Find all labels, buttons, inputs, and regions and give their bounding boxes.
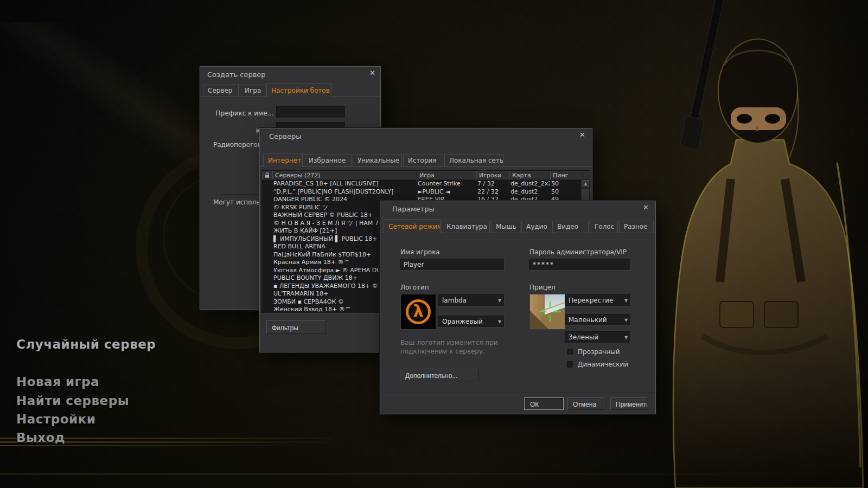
options-tabs-tab-3[interactable]: Аудио — [521, 221, 551, 233]
crosshair-bottom-line — [550, 315, 551, 322]
scroll-up-icon[interactable]: ▲ — [582, 180, 590, 188]
table-row[interactable]: “D.P.L.” [PUBLIC|NO FLASH|DUST2ONLY]►PUB… — [262, 188, 582, 196]
server-table-header: Серверы (272) Игра Игроки Карта Пинг — [262, 171, 590, 180]
row-game-cell: ►PUBLIC ◄ — [417, 188, 476, 196]
crosshair-color-select[interactable]: Зеленый ▼ — [565, 331, 631, 343]
row-lock-cell — [262, 282, 272, 291]
transparent-checkbox[interactable] — [567, 349, 574, 356]
logo-color-value: Оранжевый — [439, 318, 495, 325]
crosshair-right-line — [554, 311, 561, 312]
chevron-down-icon: ▼ — [622, 318, 630, 323]
row-lock-cell — [262, 180, 272, 188]
servers-tabs-tab-0[interactable]: Интернет — [263, 153, 303, 167]
row-lock-cell — [262, 251, 272, 259]
logo-note: Ваш логотип изменится при подключении к … — [400, 338, 501, 356]
crosshair-size-value: Маленький — [565, 316, 622, 324]
main-menu-item-3[interactable]: Настройки — [16, 412, 95, 426]
crosshair-type-select[interactable]: Перекрестие ▼ — [565, 294, 631, 306]
prefix-label: Префикс к име... — [214, 110, 273, 117]
row-game-cell: Counter-Strike — [417, 180, 476, 188]
filters-button[interactable]: Фильтры — [266, 320, 326, 334]
crosshair-preview — [529, 294, 565, 330]
row-lock-cell — [262, 298, 272, 306]
row-players-cell: 22 / 32 — [476, 188, 509, 196]
footer-divider — [380, 392, 655, 393]
admin-password-label: Пароль администратора/VIP — [529, 248, 627, 256]
servers-tabs: ИнтернетИзбранноеУникальныеИсторияЛокаль… — [263, 152, 503, 166]
table-row[interactable]: PARADISE_CS 18+ [ALL INCLUSIVE]Counter-S… — [262, 180, 582, 188]
create-tabs-tab-1[interactable]: Игра — [240, 85, 265, 97]
close-icon[interactable]: ✕ — [643, 204, 649, 211]
admin-password-input[interactable] — [529, 259, 631, 271]
servers-tabs-tab-3[interactable]: История — [403, 155, 443, 166]
background-stripe — [0, 445, 326, 446]
crosshair-type-value: Перекрестие — [565, 297, 622, 304]
create-tabs-tab-2[interactable]: Настройки ботов — [266, 83, 331, 97]
options-tabs-tab-1[interactable]: Клавиатура — [442, 221, 490, 233]
row-lock-cell — [262, 211, 272, 220]
lock-icon — [265, 172, 270, 178]
player-name-input[interactable] — [400, 259, 505, 271]
row-map-cell: de_dust2_2x2 — [509, 180, 550, 188]
servers-tabs-tab-1[interactable]: Избранное — [304, 155, 352, 166]
close-icon[interactable]: ✕ — [369, 69, 375, 77]
scrollbar-thumb[interactable] — [582, 189, 590, 201]
lock-column-header[interactable] — [262, 171, 272, 180]
dynamic-checkbox[interactable] — [567, 361, 574, 368]
options-dialog-title: Параметры — [392, 205, 435, 213]
close-icon[interactable]: ✕ — [579, 131, 585, 139]
radio-label: Радиоперегов — [213, 141, 261, 149]
crosshair-left-line — [539, 311, 546, 312]
create-server-dialog-title: Создать сервер — [207, 70, 266, 79]
ok-button[interactable]: ОК — [524, 397, 564, 410]
row-lock-cell — [262, 204, 272, 212]
servers-dialog-title: Серверы — [269, 132, 302, 140]
options-tabs-tab-4[interactable]: Видео — [552, 221, 589, 233]
main-menu-item-4[interactable]: Выход — [16, 431, 65, 445]
advanced-button[interactable]: Дополнительно... — [400, 369, 478, 381]
background-bottom-glow — [0, 473, 868, 475]
servers-tabs-tab-2[interactable]: Уникальные — [353, 155, 402, 166]
main-menu-item-2[interactable]: Найти серверы — [16, 394, 129, 408]
chevron-down-icon: ▼ — [622, 335, 630, 340]
game-column-header[interactable]: Игра — [417, 171, 476, 180]
chevron-down-icon: ▼ — [495, 298, 504, 303]
main-menu-item-0[interactable]: Случайный сервер — [16, 337, 156, 351]
options-tabs-tab-0[interactable]: Сетевой режим — [384, 219, 441, 233]
options-tabs-tab-2[interactable]: Мышь — [491, 221, 520, 233]
logo-color-select[interactable]: Оранжевый ▼ — [438, 316, 505, 328]
map-column-header[interactable]: Карта — [509, 171, 550, 180]
row-name-cell: “D.P.L.” [PUBLIC|NO FLASH|DUST2ONLY] — [272, 188, 417, 196]
servers-column-header[interactable]: Серверы (272) — [272, 171, 417, 180]
lambda-glyph: λ — [413, 303, 424, 319]
row-lock-cell — [262, 220, 272, 228]
logo-preview: λ — [400, 294, 436, 330]
cancel-button[interactable]: Отмена — [567, 397, 605, 410]
options-dialog: Параметры ✕ Сетевой режимКлавиатураМышьА… — [380, 201, 656, 414]
row-lock-cell — [262, 235, 272, 243]
row-lock-cell — [262, 188, 272, 196]
options-tabs-tab-6[interactable]: Разное — [619, 221, 654, 233]
logo-style-value: lambda — [439, 297, 495, 304]
options-tabs-tab-5[interactable]: Голос — [590, 221, 618, 233]
servers-tabs-tab-4[interactable]: Локальная сеть — [444, 155, 503, 166]
players-column-header[interactable]: Игроки — [476, 171, 509, 180]
prefix-input[interactable] — [276, 106, 346, 118]
crosshair-size-select[interactable]: Маленький ▼ — [565, 314, 631, 326]
row-players-cell: 7 / 32 — [476, 180, 509, 188]
scrollbar-header-stub — [583, 171, 590, 180]
transparent-checkbox-label: Прозрачный — [578, 348, 620, 356]
ping-column-header[interactable]: Пинг — [550, 171, 583, 180]
main-menu-item-1[interactable]: Новая игра — [16, 375, 99, 389]
crosshair-color-value: Зеленый — [565, 333, 622, 341]
create-server-tabs: СерверИграНастройки ботов — [203, 82, 331, 97]
row-ping-cell: 50 — [550, 188, 582, 196]
row-map-cell: de_dust2 — [509, 188, 550, 196]
dynamic-checkbox-label: Динамический — [578, 361, 628, 368]
row-lock-cell — [262, 306, 272, 313]
logo-style-select[interactable]: lambda ▼ — [438, 294, 505, 306]
create-tabs-tab-0[interactable]: Сервер — [203, 85, 239, 97]
lambda-logo-icon: λ — [406, 299, 431, 324]
can-use-label: Могут использ — [213, 198, 264, 206]
apply-button[interactable]: Применить — [610, 397, 647, 410]
